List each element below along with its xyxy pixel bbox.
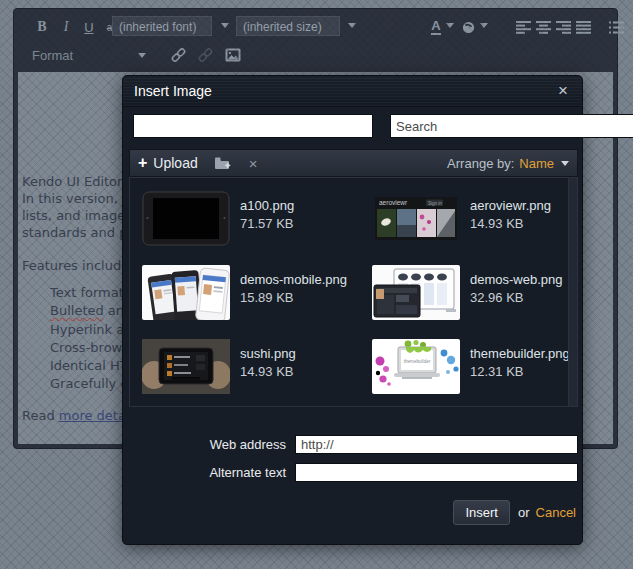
thumbnail-aeroviewr: aeroviewr Sign in — [372, 191, 460, 246]
thumbnail-a100 — [142, 191, 230, 246]
file-item[interactable]: demos-mobile.png 15.89 KB — [142, 265, 352, 325]
thumb-brand-text: aeroviewr — [379, 199, 408, 206]
list-scrollbar[interactable] — [568, 178, 577, 406]
file-name: a100.png — [240, 198, 294, 213]
file-name: aeroviewr.png — [470, 198, 551, 213]
thumbnail-sushi — [142, 339, 230, 394]
web-address-label: Web address — [126, 435, 286, 455]
thumbnail-demos-web — [372, 265, 460, 320]
search-input[interactable] — [390, 114, 633, 138]
file-item[interactable]: sushi.png 14.93 KB — [142, 339, 352, 399]
file-size: 32.96 KB — [470, 290, 524, 305]
thumb-signin-text: Sign in — [428, 201, 442, 206]
thumbnail-themebuilder: themebuilder — [372, 339, 460, 394]
plus-icon: + — [138, 156, 147, 170]
file-name: sushi.png — [240, 346, 296, 361]
new-folder-button[interactable] — [214, 156, 231, 170]
cancel-link[interactable]: Cancel — [536, 505, 576, 520]
web-address-input[interactable] — [295, 435, 578, 454]
file-item[interactable]: demos-web.png 32.96 KB — [372, 265, 578, 325]
arrange-by-value: Name — [519, 156, 554, 171]
arrange-by-label: Arrange by: — [447, 156, 514, 171]
insert-image-dialog: Insert Image × + Upload × Arrange by: Na… — [122, 75, 583, 545]
or-text: or — [518, 505, 530, 520]
dialog-titlebar[interactable]: Insert Image — [123, 76, 582, 107]
file-size: 12.31 KB — [470, 364, 524, 379]
file-name: demos-mobile.png — [240, 272, 347, 287]
upload-label: Upload — [153, 155, 197, 171]
file-item[interactable]: a100.png 71.57 KB — [142, 191, 352, 251]
folder-plus-icon — [214, 156, 231, 170]
file-list: a100.png 71.57 KB aeroviewr Sign in — [129, 177, 578, 407]
alternate-text-input[interactable] — [295, 463, 578, 482]
file-item[interactable]: aeroviewr Sign in aeroviewr.png 14.93 KB — [372, 191, 578, 251]
file-size: 14.93 KB — [470, 216, 524, 231]
file-item[interactable]: themebuilder themebuilder.png 12.31 KB — [372, 339, 578, 399]
filebrowser-toolbar: + Upload × Arrange by: Name — [129, 149, 578, 177]
dialog-buttons: Insert or Cancel — [453, 499, 576, 525]
file-size: 15.89 KB — [240, 290, 294, 305]
alternate-text-label: Alternate text — [126, 463, 286, 483]
insert-button[interactable]: Insert — [453, 500, 510, 525]
close-icon[interactable]: × — [553, 81, 573, 101]
file-size: 14.93 KB — [240, 364, 294, 379]
thumbnail-demos-mobile — [142, 265, 230, 320]
delete-file-button[interactable]: × — [249, 155, 258, 172]
filename-input[interactable] — [133, 114, 373, 138]
file-name: themebuilder.png — [470, 346, 570, 361]
upload-button[interactable]: + Upload — [138, 155, 198, 171]
dialog-title: Insert Image — [134, 83, 212, 99]
file-size: 71.57 KB — [240, 216, 294, 231]
arrange-by-dropdown[interactable]: Arrange by: Name — [447, 150, 569, 176]
thumb-brand-text: themebuilder — [404, 359, 431, 364]
arrange-caret-icon — [561, 161, 569, 166]
file-name: demos-web.png — [470, 272, 563, 287]
